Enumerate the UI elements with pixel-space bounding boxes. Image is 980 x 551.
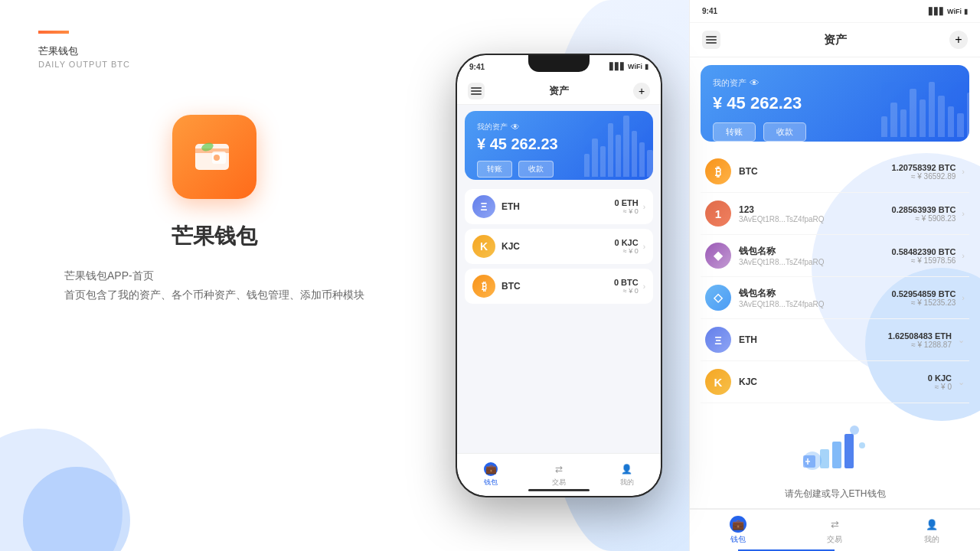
right-coin-item-3[interactable]: ◇ 钱包名称 3AvEQt1R8...TsZ4fpaRQ 0.52954859 … [701,277,969,319]
svg-rect-12 [832,442,841,468]
phone-header: 资产 + [457,78,661,105]
right-transfer-btn[interactable]: 转账 [713,122,756,142]
rp-coin-name: 钱包名称 [739,245,825,258]
phone-status-icons: ▋▋▋ WiFi ▮ [609,63,648,70]
rp-coin-amount: 0 KJC [928,373,952,383]
coin-logo-eth: Ξ [472,195,495,218]
coin-arrow-icon: › [643,203,645,211]
phone-nav-item-1[interactable]: ⇄ 交易 [525,462,593,487]
rp-coin-arrow-icon: › [962,209,965,218]
rp-coin-arrow-icon: ⌄ [958,335,965,345]
rp-coin-arrow-icon: › [962,251,965,260]
svg-rect-5 [471,87,482,89]
phone-coin-list: Ξ ETH 0 ETH ≈ ¥ 0 › K KJC 0 KJC ≈ ¥ 0 › … [457,186,661,311]
phone-coin-item[interactable]: K KJC 0 KJC ≈ ¥ 0 › [465,229,653,264]
right-coin-list: ₿ BTC 1.20758392 BTC ≈ ¥ 36592.89 › 1 12… [701,151,969,403]
coin-name: BTC [501,281,521,292]
svg-rect-7 [471,93,482,95]
phone-coin-item[interactable]: Ξ ETH 0 ETH ≈ ¥ 0 › [465,189,653,224]
rp-nav-label-1: 交易 [827,534,842,545]
rp-coin-name: BTC [739,166,758,177]
eye-icon[interactable]: 👁 [511,122,520,132]
coin-arrow-icon: › [643,243,645,251]
phone-menu-icon[interactable] [468,83,485,99]
rp-nav-label-2: 我的 [924,534,939,545]
right-time: 9:41 [702,7,717,15]
rp-coin-right: 1.20758392 BTC ≈ ¥ 36592.89 [892,163,956,181]
app-desc: 芒果钱包APP-首页 首页包含了我的资产、各个币种资产、钱包管理、添加币种模块 [64,266,364,305]
coin-name: ETH [501,201,520,212]
phone-asset-card: 我的资产 👁 ¥ 45 262.23 转账 收款 [465,111,653,180]
right-nav-item-0[interactable]: 💼 钱包 [690,516,786,545]
coin-name: KJC [501,241,520,252]
svg-rect-6 [471,90,482,92]
phone-home-indicator [528,489,590,491]
right-card-bg [881,65,969,142]
right-coin-item-5[interactable]: K KJC 0 KJC ≈ ¥ 0 ⌄ [701,361,969,403]
svg-point-3 [214,155,220,161]
right-coin-item-4[interactable]: Ξ ETH 1.62508483 ETH ≈ ¥ 1288.87 ⌄ [701,319,969,361]
rp-coin-info: 123 3AvEQt1R8...TsZ4fpaRQ [739,204,825,223]
phone-transfer-btn[interactable]: 转账 [477,161,512,178]
rp-coin-right: 0 KJC ≈ ¥ 0 [928,373,952,391]
phone-shell: 9:41 ▋▋▋ WiFi ▮ 资产 + 我的资产 [456,54,662,497]
right-receive-btn[interactable]: 收款 [763,122,806,142]
rp-coin-logo-wlt2: ◇ [705,285,731,311]
right-status-icons: ▋▋▋ WiFi ▮ [929,8,968,15]
svg-rect-10 [706,42,717,44]
right-nav-item-2[interactable]: 👤 我的 [884,516,980,545]
right-nav-item-1[interactable]: ⇄ 交易 [786,516,883,545]
rp-nav-label-0: 钱包 [730,534,746,545]
coin-right: 0 BTC ≈ ¥ 0 [614,278,639,295]
phone-time: 9:41 [469,63,485,71]
right-coin-item-0[interactable]: ₿ BTC 1.20758392 BTC ≈ ¥ 36592.89 › [701,151,969,193]
phone-nav-icon-0: 💼 [484,462,498,476]
phone-nav-icon-2: 👤 [620,462,634,476]
phone-nav-label-2: 我的 [620,478,634,487]
phone-screen: 9:41 ▋▋▋ WiFi ▮ 资产 + 我的资产 [457,55,661,496]
rp-coin-name: 123 [739,204,825,215]
rp-coin-arrow-icon: ⌄ [958,377,965,387]
rp-coin-name: 钱包名称 [739,287,825,300]
rp-coin-right: 0.58482390 BTC ≈ ¥ 15978.56 [892,247,956,265]
phone-nav-item-0[interactable]: 💼 钱包 [457,462,525,487]
rp-nav-icon-2: 👤 [923,516,940,533]
rp-coin-amount: 1.62508483 ETH [888,331,952,341]
phone-add-btn[interactable]: + [633,83,650,99]
phone-nav-item-2[interactable]: 👤 我的 [593,462,661,487]
right-add-btn[interactable]: + [949,31,968,49]
app-name-small: 芒果钱包 [38,44,390,58]
rp-coin-amount: 1.20758392 BTC [892,163,956,172]
right-bottom-nav: 💼 钱包 ⇄ 交易 👤 我的 [690,508,980,551]
right-header: 资产 + [690,23,980,57]
rp-coin-info: 钱包名称 3AvEQt1R8...TsZ4fpaRQ [739,245,825,266]
eth-prompt-text: 请先创建或导入ETH钱包 [708,487,962,500]
rp-coin-logo-kjc: K [705,369,731,395]
right-menu-icon[interactable] [702,31,720,49]
rp-coin-approx: ≈ ¥ 5908.23 [892,214,956,223]
accent-line [38,31,69,34]
rp-coin-logo-c123: 1 [705,201,731,227]
phone-nav-label-1: 交易 [552,478,566,487]
left-panel: 芒果钱包 DAILY OUTPUT BTC 芒果钱包 芒果钱包APP-首页 首页… [0,0,429,551]
right-coin-item-1[interactable]: 1 123 3AvEQt1R8...TsZ4fpaRQ 0.28563939 B… [701,193,969,235]
rp-nav-icon-0: 💼 [730,516,746,533]
rp-coin-approx: ≈ ¥ 15978.56 [892,256,956,265]
phone-bottom-nav: 💼 钱包 ⇄ 交易 👤 我的 [457,453,661,496]
svg-rect-8 [706,36,717,37]
right-status-bar: 9:41 ▋▋▋ WiFi ▮ [690,0,980,23]
rp-coin-info: ETH [739,334,757,345]
coin-logo-btc: ₿ [472,275,495,298]
rp-coin-info: KJC [739,377,757,387]
rp-coin-approx: ≈ ¥ 1288.87 [888,341,952,349]
right-header-title: 资产 [824,33,847,47]
rp-coin-amount: 0.52954859 BTC [892,289,956,298]
phone-receive-btn[interactable]: 收款 [518,161,554,178]
eth-prompt-illustration [797,419,874,480]
rp-coin-arrow-icon: › [962,167,965,176]
phone-coin-item[interactable]: ₿ BTC 0 BTC ≈ ¥ 0 › [465,269,653,304]
rp-coin-info: 钱包名称 3AvEQt1R8...TsZ4fpaRQ [739,287,825,308]
right-eye-icon[interactable]: 👁 [750,77,760,89]
right-asset-label: 我的资产 👁 [713,77,957,89]
right-coin-item-2[interactable]: ◆ 钱包名称 3AvEQt1R8...TsZ4fpaRQ 0.58482390 … [701,235,969,277]
